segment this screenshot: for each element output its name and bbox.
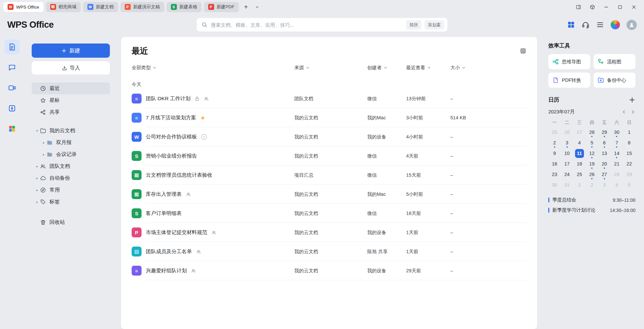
column-creator[interactable]: 创建者	[367, 65, 406, 71]
window-tab[interactable]: W 新建文档	[83, 2, 118, 12]
tool-shortcut[interactable]: 流程图	[594, 54, 635, 69]
calendar-day[interactable]: 30	[611, 127, 623, 137]
tool-shortcut[interactable]: 思维导图	[548, 54, 590, 69]
window-tab[interactable]: 稻 稻壳商城	[46, 2, 81, 12]
file-row[interactable]: ▦ 库存出入管理表 ✓ ★ 我的云文档 我的Mac 5小时前 –	[132, 185, 527, 204]
rail-tasks-icon[interactable]	[5, 101, 19, 116]
new-tab-button[interactable]: +	[241, 2, 251, 12]
support-headset-icon[interactable]	[582, 21, 590, 29]
column-last-viewed[interactable]: 最近查看	[406, 65, 450, 71]
sidebar-tree-item[interactable]: ▸ 双月报	[32, 136, 110, 148]
caret-icon[interactable]: ▸	[34, 164, 40, 168]
calendar-day[interactable]: 21	[611, 159, 623, 169]
calendar-day[interactable]: 16	[548, 159, 561, 169]
calendar-day[interactable]: 25	[548, 127, 561, 137]
maximize-button[interactable]	[614, 2, 626, 12]
file-row[interactable]: ≡ 兴趣爱好组队计划 ✓ ★ 我的云文档 我的设备 29天前 –	[132, 261, 527, 280]
filter-all-types[interactable]: 全部类型	[132, 65, 294, 71]
calendar-day[interactable]: 19	[586, 159, 598, 169]
calendar-day[interactable]: 31	[561, 180, 573, 190]
sidebar-tree-item[interactable]: ▸ 常用	[32, 184, 110, 196]
file-row[interactable]: S 客户订单明细表 ✓ ★ 我的云文档 微信 18天前 –	[132, 204, 527, 223]
file-row[interactable]: W 公司对外合作协议模板 ✓ ★ 我的云文档 我的设备 4小时前 –	[132, 127, 527, 146]
rail-chat-icon[interactable]	[5, 60, 19, 75]
caret-icon[interactable]: ▸	[34, 188, 40, 192]
calendar-event[interactable]: 新季度学习计划讨论 14:30–16:00	[548, 205, 635, 215]
column-size[interactable]: 大小	[450, 65, 527, 71]
window-tab[interactable]: W WPS Office	[3, 2, 44, 12]
rail-documents-icon[interactable]	[5, 40, 19, 54]
calendar-day[interactable]: 8	[623, 137, 635, 148]
calendar-day[interactable]: 1	[573, 180, 586, 190]
calendar-day[interactable]: 20	[598, 159, 611, 169]
membership-badge-icon[interactable]	[611, 20, 620, 29]
calendar-day[interactable]: 22	[623, 159, 635, 169]
column-source[interactable]: 来源	[294, 65, 367, 71]
calendar-day[interactable]: 6	[598, 137, 611, 148]
calendar-day[interactable]: 4	[573, 137, 586, 148]
close-button[interactable]	[628, 2, 640, 12]
calendar-event[interactable]: 季度总结会 9:30–11:00	[548, 195, 635, 205]
gear-icon[interactable]	[520, 47, 527, 54]
calendar-day[interactable]: 5	[586, 137, 598, 148]
calendar-day[interactable]: 25	[573, 169, 586, 180]
calendar-day[interactable]: 28	[586, 127, 598, 137]
calendar-day[interactable]: 23	[548, 169, 561, 180]
file-row[interactable]: ▦ 云文档管理员信息统计表验收 ✓ ★ 项目汇总 微信 15天前 –	[132, 165, 527, 185]
new-document-button[interactable]: 新建	[32, 44, 110, 58]
calendar-day[interactable]: 7	[611, 137, 623, 148]
sidebar-tree-item[interactable]: ▸ 自动备份	[32, 172, 110, 184]
window-tab[interactable]: P 新建PDF	[204, 2, 239, 12]
file-row[interactable]: ▤ 团队成员及分工名单 ✓ ★ 我的云文档 陈旭 共享 1天前 –	[132, 242, 527, 261]
caret-icon[interactable]: ▸	[34, 200, 40, 204]
search-input[interactable]	[211, 22, 403, 28]
minimize-button[interactable]	[600, 2, 612, 12]
calendar-day[interactable]: 5	[623, 180, 635, 190]
calendar-day[interactable]: 26	[561, 127, 573, 137]
sidebar-tree-item[interactable]: ▾ 我的云文档	[32, 125, 110, 136]
menu-icon[interactable]	[596, 21, 604, 29]
calendar-day[interactable]: 13	[598, 148, 611, 159]
sidebar-item[interactable]: 星标	[32, 94, 110, 106]
calendar-day[interactable]: 24	[561, 169, 573, 180]
apps-grid-icon[interactable]	[567, 21, 575, 29]
calendar-day[interactable]: 29	[598, 127, 611, 137]
calendar-day[interactable]: 3	[598, 180, 611, 190]
calendar-day[interactable]: 2	[586, 180, 598, 190]
window-tab[interactable]: S 新建表格	[167, 2, 202, 12]
caret-icon[interactable]: ▾	[34, 129, 40, 133]
rail-meeting-video-icon[interactable]	[5, 80, 19, 95]
calendar-day[interactable]: 18	[573, 159, 586, 169]
file-row[interactable]: ≡ 团队 OKR 工作计划 ✓ ★ 团队文档 微信 13分钟前 –	[132, 89, 527, 108]
global-search[interactable]: 简历 策划案	[197, 18, 447, 32]
calendar-day[interactable]: 9	[548, 148, 561, 159]
calendar-day[interactable]: 12	[586, 148, 598, 159]
add-event-plus-icon[interactable]	[629, 97, 635, 103]
sidebar-tree-item[interactable]: ▸ 标签	[32, 196, 110, 208]
rail-apps-icon[interactable]	[5, 121, 19, 136]
search-tag-resume[interactable]: 简历	[406, 20, 421, 29]
workspace-cube-icon[interactable]	[586, 2, 598, 12]
user-avatar[interactable]	[627, 20, 637, 30]
sidebar-item[interactable]: 共享	[32, 106, 110, 118]
sidebar-tree-item[interactable]: ▸ 团队文档	[32, 160, 110, 172]
calendar-prev-icon[interactable]	[622, 109, 627, 114]
calendar-day[interactable]: 26	[586, 169, 598, 180]
calendar-day[interactable]: 4	[611, 180, 623, 190]
calendar-day[interactable]: 30	[548, 180, 561, 190]
calendar-day[interactable]: 3	[561, 137, 573, 148]
file-row[interactable]: ≡ 7 月线下活动策划方案 ✓ ★ 我的云文档 我的Mac 3小时前 514 K…	[132, 108, 527, 127]
sidebar-tree-item[interactable]: ▸ 会议记录	[32, 148, 110, 160]
tab-list-chevron-down-icon[interactable]	[253, 2, 261, 12]
tool-shortcut[interactable]: PDF转换	[548, 73, 590, 88]
sidebar-item-trash[interactable]: 回收站	[32, 216, 110, 228]
split-screen-icon[interactable]	[572, 2, 585, 12]
calendar-day[interactable]: 1	[623, 127, 635, 137]
caret-icon[interactable]: ▸	[34, 176, 40, 180]
calendar-day[interactable]: 10	[561, 148, 573, 159]
calendar-day[interactable]: 29	[623, 169, 635, 180]
calendar-next-icon[interactable]	[630, 109, 635, 114]
search-tag-plan[interactable]: 策划案	[425, 20, 444, 29]
import-button[interactable]: 导入	[32, 61, 110, 75]
file-row[interactable]: P 市场主体登记提交材料规范 ✓ ★ 我的云文档 我的设备 1天前 –	[132, 223, 527, 242]
